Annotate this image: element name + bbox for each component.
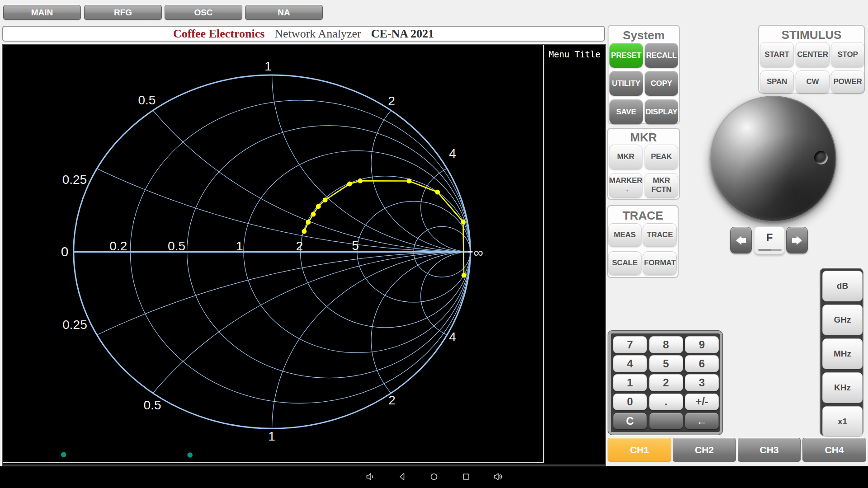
meas-button[interactable]: MEAS [608, 223, 642, 246]
svg-text:0.2: 0.2 [109, 239, 127, 253]
volume-up-icon[interactable] [493, 472, 503, 482]
android-nav-bar [0, 466, 868, 488]
peak-button[interactable]: PEAK [645, 145, 678, 169]
step-down-button[interactable] [730, 227, 752, 253]
numeric-keypad: 7 8 9 4 5 6 1 2 3 0 . +/- C ← [608, 330, 723, 435]
key-1[interactable]: 1 [613, 374, 647, 391]
key-2[interactable]: 2 [649, 374, 683, 391]
units-panel: dB GHz MHz KHz x1 [820, 268, 863, 436]
ch1-button[interactable]: CH1 [608, 438, 671, 462]
marker-to-button[interactable]: MARKER → [609, 173, 642, 197]
key-clear[interactable]: C [613, 413, 647, 430]
key-blank[interactable] [649, 413, 683, 430]
back-icon[interactable] [397, 472, 407, 482]
display-panel: 10.50.25240.250.51240.20.51250∞ Menu Tit… [2, 44, 606, 466]
step-up-button[interactable] [786, 227, 808, 253]
title-bar: Coffee Electronics Network Analyzer CE-N… [2, 26, 605, 42]
arrow-right-icon [791, 235, 803, 246]
menu-panel: Menu Title [544, 45, 605, 465]
utility-button[interactable]: UTILITY [609, 71, 643, 96]
mkr-button[interactable]: MKR [609, 145, 642, 169]
tab-osc[interactable]: OSC [165, 5, 242, 20]
svg-text:1: 1 [264, 59, 272, 73]
volume-down-icon[interactable] [365, 472, 375, 482]
key-decimal[interactable]: . [649, 394, 683, 411]
key-5[interactable]: 5 [649, 355, 683, 372]
copy-button[interactable]: COPY [645, 71, 678, 96]
ghz-button[interactable]: GHz [822, 305, 863, 335]
mkr-fctn-button[interactable]: MKR FCTN [645, 173, 678, 197]
svg-text:0: 0 [61, 244, 69, 259]
home-icon[interactable] [429, 472, 439, 482]
svg-text:1: 1 [268, 429, 275, 443]
entry-underline [758, 249, 782, 251]
preset-button[interactable]: PRESET [609, 43, 643, 68]
tab-na[interactable]: NA [245, 5, 323, 20]
key-3[interactable]: 3 [685, 374, 719, 391]
rotary-knob[interactable] [710, 96, 836, 222]
key-8[interactable]: 8 [649, 336, 683, 353]
trace-button[interactable]: TRACE [643, 223, 677, 246]
mkr-panel-title: MKR [608, 131, 679, 145]
brand-name: Coffee Electronics [173, 27, 264, 41]
cw-button[interactable]: CW [796, 70, 830, 93]
svg-text:2: 2 [388, 393, 396, 407]
trace-panel-title: TRACE [608, 209, 678, 223]
ch2-button[interactable]: CH2 [673, 438, 736, 462]
key-4[interactable]: 4 [613, 355, 647, 372]
recall-button[interactable]: RECALL [645, 43, 678, 68]
smith-chart: 10.50.25240.250.51240.20.51250∞ [3, 45, 543, 462]
ch3-button[interactable]: CH3 [738, 438, 801, 462]
system-panel-title: System [609, 28, 679, 42]
svg-text:0.5: 0.5 [144, 398, 161, 412]
start-button[interactable]: START [760, 42, 794, 67]
scale-button[interactable]: SCALE [608, 251, 642, 275]
key-plusminus[interactable]: +/- [685, 394, 719, 411]
svg-text:0.25: 0.25 [62, 173, 87, 187]
svg-text:∞: ∞ [473, 245, 483, 260]
svg-text:0.25: 0.25 [62, 318, 87, 332]
power-button[interactable]: POWER [831, 70, 864, 93]
key-9[interactable]: 9 [685, 336, 719, 353]
recents-icon[interactable] [461, 472, 471, 482]
center-button[interactable]: CENTER [796, 42, 830, 67]
format-button[interactable]: FORMAT [643, 251, 677, 275]
entry-field-label: F [766, 231, 773, 244]
key-0[interactable]: 0 [613, 394, 647, 411]
db-button[interactable]: dB [822, 271, 863, 301]
model-number: CE-NA 2021 [371, 27, 434, 41]
svg-text:4: 4 [449, 146, 456, 160]
svg-text:2: 2 [388, 94, 395, 108]
svg-text:2: 2 [296, 239, 303, 253]
save-button[interactable]: SAVE [609, 99, 643, 124]
mhz-button[interactable]: MHz [822, 338, 863, 369]
svg-text:4: 4 [449, 330, 456, 344]
svg-text:0.5: 0.5 [138, 93, 156, 107]
svg-text:5: 5 [352, 239, 359, 253]
stimulus-panel-title: STIMULUS [759, 28, 864, 42]
display-button[interactable]: DISPLAY [645, 99, 678, 124]
x1-button[interactable]: x1 [822, 406, 863, 437]
khz-button[interactable]: KHz [822, 372, 863, 403]
key-7[interactable]: 7 [613, 336, 647, 353]
key-backspace[interactable]: ← [685, 413, 719, 430]
entry-field-key[interactable]: F [754, 226, 785, 254]
knob-indent [814, 151, 828, 164]
ch4-button[interactable]: CH4 [802, 438, 866, 462]
tab-rfg[interactable]: RFG [84, 5, 162, 20]
stop-button[interactable]: STOP [831, 42, 864, 67]
menu-title: Menu Title [544, 49, 605, 59]
product-name: Network Analyzer [274, 27, 361, 41]
arrow-left-icon [735, 235, 747, 246]
svg-text:1: 1 [236, 239, 243, 253]
tab-main[interactable]: MAIN [3, 5, 81, 20]
smith-chart-area[interactable]: 10.50.25240.250.51240.20.51250∞ [3, 45, 544, 463]
key-6[interactable]: 6 [685, 355, 719, 372]
span-button[interactable]: SPAN [760, 70, 794, 93]
svg-text:0.5: 0.5 [168, 239, 185, 253]
